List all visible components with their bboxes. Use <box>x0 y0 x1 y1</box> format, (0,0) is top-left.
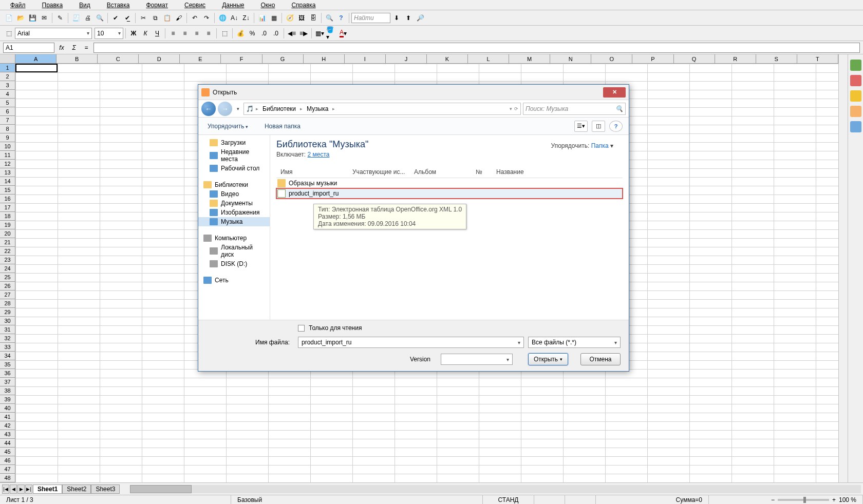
nav-pictures[interactable]: Изображения <box>198 208 270 217</box>
row-header-28[interactable]: 28 <box>0 299 15 308</box>
percent-button[interactable]: % <box>247 28 258 39</box>
row-header-8[interactable]: 8 <box>0 125 15 133</box>
row-header-29[interactable]: 29 <box>0 308 15 317</box>
redo-button[interactable]: ↷ <box>201 12 212 24</box>
row-header-42[interactable]: 42 <box>0 421 15 430</box>
zoom-button[interactable]: 🔍 <box>324 12 335 24</box>
status-insert-mode[interactable]: СТАНД <box>483 495 534 504</box>
row-header-45[interactable]: 45 <box>0 448 15 456</box>
row-header-23[interactable]: 23 <box>0 256 15 264</box>
row-header-4[interactable]: 4 <box>0 90 15 99</box>
menu-insert[interactable]: Вставка <box>99 2 138 9</box>
dialog-nav-pane[interactable]: Загрузки Недавние места Рабочий стол Биб… <box>198 135 270 320</box>
nav-desktop[interactable]: Рабочий стол <box>198 164 270 173</box>
col-artists[interactable]: Участвующие ис... <box>348 168 410 176</box>
zoom-slider[interactable] <box>778 499 829 501</box>
print-preview-button[interactable]: 🔍 <box>94 12 105 24</box>
show-grid-button[interactable]: ▦ <box>268 12 279 24</box>
last-sheet-button[interactable]: ▶| <box>25 484 32 494</box>
dialog-search-input[interactable]: Поиск: Музыка 🔍 <box>523 103 626 115</box>
horizontal-scrollbar-thumb[interactable] <box>130 485 192 493</box>
row-header-31[interactable]: 31 <box>0 325 15 334</box>
row-header-10[interactable]: 10 <box>0 142 15 151</box>
gallery-button[interactable]: 🖼 <box>296 12 307 24</box>
row-header-1[interactable]: 1 <box>0 64 15 72</box>
nav-videos[interactable]: Видео <box>198 189 270 199</box>
remove-decimal-button[interactable]: .0 <box>270 28 282 39</box>
nav-back-button[interactable]: ← <box>201 102 216 116</box>
bold-button[interactable]: Ж <box>128 28 139 39</box>
row-header-7[interactable]: 7 <box>0 116 15 125</box>
col-header-O[interactable]: O <box>591 54 632 64</box>
undo-button[interactable]: ↶ <box>189 12 200 24</box>
save-button[interactable]: 💾 <box>27 12 38 24</box>
col-header-M[interactable]: M <box>509 54 550 64</box>
open-button[interactable]: 📂 <box>15 12 26 24</box>
bg-color-button[interactable]: 🪣▾ <box>326 28 337 39</box>
row-header-33[interactable]: 33 <box>0 343 15 352</box>
navigator-button[interactable]: 🧭 <box>284 12 295 24</box>
row-header-12[interactable]: 12 <box>0 160 15 168</box>
sidebar-styles-icon[interactable] <box>850 75 861 86</box>
col-header-K[interactable]: K <box>427 54 468 64</box>
row-header-2[interactable]: 2 <box>0 72 15 81</box>
cell-reference-input[interactable]: A1 <box>3 43 54 53</box>
menu-file[interactable]: Файл <box>2 2 34 9</box>
nav-libraries-header[interactable]: Библиотеки <box>198 178 270 189</box>
breadcrumb-music[interactable]: Музыка <box>305 105 330 112</box>
paste-button[interactable]: 📋 <box>161 12 173 24</box>
nav-computer-header[interactable]: Компьютер <box>198 231 270 243</box>
col-header-P[interactable]: P <box>632 54 673 64</box>
sidebar-navigator-icon[interactable] <box>850 106 861 117</box>
sort-asc-button[interactable]: A↓ <box>229 12 240 24</box>
row-header-11[interactable]: 11 <box>0 151 15 160</box>
zoom-minus-icon[interactable]: − <box>771 496 775 503</box>
row-header-34[interactable]: 34 <box>0 352 15 360</box>
next-sheet-button[interactable]: ▶ <box>17 484 25 494</box>
format-paint-button[interactable]: 🖌 <box>173 12 184 24</box>
file-row-product-import[interactable]: product_import_ru <box>276 188 623 199</box>
row-header-48[interactable]: 48 <box>0 474 15 482</box>
organise-button[interactable]: Упорядочить <box>204 122 251 131</box>
first-sheet-button[interactable]: |◀ <box>2 484 9 494</box>
dialog-title-bar[interactable]: Открыть ✕ <box>198 85 629 100</box>
col-header-E[interactable]: E <box>180 54 221 64</box>
row-header-14[interactable]: 14 <box>0 177 15 186</box>
font-size-combo[interactable]: 10 <box>95 28 123 39</box>
row-header-36[interactable]: 36 <box>0 369 15 378</box>
row-header-32[interactable]: 32 <box>0 334 15 343</box>
col-header-I[interactable]: I <box>345 54 386 64</box>
nav-history-dropdown[interactable]: ▾ <box>234 106 241 111</box>
col-name[interactable]: Имя <box>276 168 348 176</box>
row-header-46[interactable]: 46 <box>0 456 15 465</box>
col-number[interactable]: № <box>472 168 492 176</box>
underline-button[interactable]: Ч <box>152 28 163 39</box>
increase-indent-button[interactable]: ≡▶ <box>298 28 309 39</box>
row-header-22[interactable]: 22 <box>0 247 15 256</box>
sidebar-gallery-icon[interactable] <box>850 90 861 102</box>
align-left-button[interactable]: ≡ <box>167 28 179 39</box>
italic-button[interactable]: К <box>140 28 151 39</box>
formula-eq-button[interactable]: = <box>81 43 91 53</box>
autospell-button[interactable]: ✔̲ <box>122 12 133 24</box>
col-header-C[interactable]: C <box>98 54 139 64</box>
read-only-checkbox[interactable] <box>298 325 305 332</box>
nav-recent-places[interactable]: Недавние места <box>198 147 270 164</box>
email-button[interactable]: ✉ <box>39 12 50 24</box>
align-center-button[interactable]: ≡ <box>179 28 191 39</box>
merge-cells-button[interactable]: ⬚ <box>219 28 230 39</box>
row-header-18[interactable]: 18 <box>0 212 15 221</box>
col-title[interactable]: Название <box>492 168 554 176</box>
col-header-S[interactable]: S <box>756 54 797 64</box>
status-sum[interactable]: Сумма=0 <box>596 495 709 504</box>
cancel-button[interactable]: Отмена <box>580 353 621 365</box>
nav-disk-d[interactable]: DISK (D:) <box>198 259 270 268</box>
menu-format[interactable]: Формат <box>138 2 176 9</box>
version-combo[interactable] <box>441 354 513 365</box>
open-button[interactable]: Открыть ▾ <box>528 353 568 365</box>
col-header-L[interactable]: L <box>468 54 509 64</box>
row-headers[interactable]: 1234567891011121314151617181920212223242… <box>0 64 15 482</box>
file-list[interactable]: Образцы музыки product_import_ru Тип: Эл… <box>276 178 623 316</box>
row-header-26[interactable]: 26 <box>0 282 15 290</box>
help-button[interactable]: ? <box>335 12 347 24</box>
